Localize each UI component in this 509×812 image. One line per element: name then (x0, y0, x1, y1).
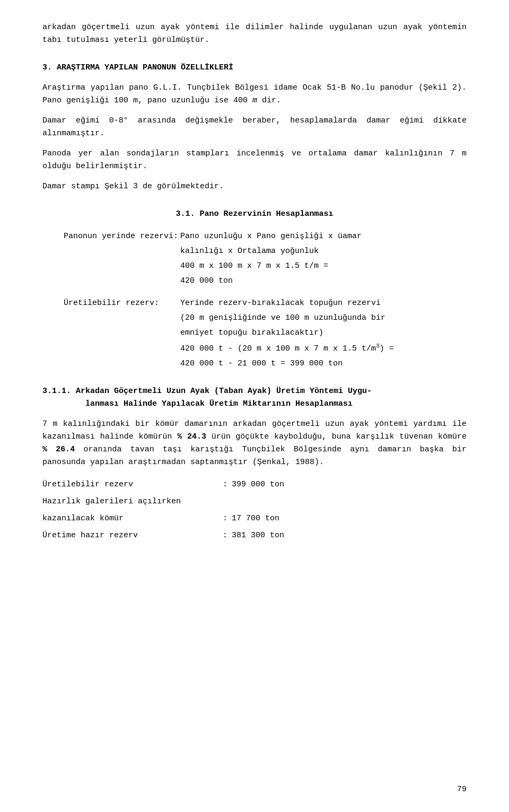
uretilebilir-row-1: Üretilebilir rezerv: Yerinde rezerv-bıra… (64, 297, 467, 310)
reserve-row-2: Hazırlık galerileri açılırken (42, 495, 467, 508)
panonun-label: Panonun yerinde rezervi: (64, 230, 180, 243)
section3-intro-paragraph: Araştırma yapılan pano G.L.I. Tunçbilek … (42, 82, 467, 107)
section31-heading: 3.1. Pano Rezervinin Hesaplanması (42, 208, 467, 221)
section311-heading: 3.1.1. Arkadan Göçertmeli Uzun Ayak (Tab… (42, 385, 467, 411)
panonun-content-3: 400 m x 100 m x 7 m x 1.5 t/m = (180, 260, 467, 273)
uretilebilir-content-4: 420 000 t - (20 m x 100 m x 7 m x 1.5 t/… (180, 342, 467, 355)
intro-paragraph: arkadan göçertmeli uzun ayak yöntemi ile… (42, 21, 467, 47)
reserve-1-label: Üretilebilir rezerv (42, 478, 223, 491)
reserve-1-colon: : (223, 478, 227, 491)
section311-p1-end: oranında tavan taşı karıştığı Tunçbilek … (42, 445, 467, 467)
panonun-content-1: Pano uzunluğu x Pano genişliği x üamar (180, 230, 362, 243)
reserve-4-value: 381 300 ton (232, 529, 284, 542)
panonun-row-1: Panonun yerinde rezervi: Pano uzunluğu x… (64, 230, 467, 243)
uretilebilir-content-3: emniyet topuğu bırakılacaktır) (180, 327, 467, 339)
reserve-1-value: 399 000 ton (232, 478, 284, 491)
reserve-3-label: kazanılacak kömür (42, 512, 223, 525)
section3-intro-end: dir. (257, 96, 281, 105)
uretilebilir-content-5: 420 000 t - 21 000 t = 399 000 ton (180, 357, 467, 370)
panonun-content-2: kalınlığı x Ortalama yoğunluk (180, 245, 467, 258)
uretilebilir-content-1: Yerinde rezerv-bırakılacak topuğun rezer… (180, 297, 381, 310)
section3-intro-m: m (252, 96, 257, 105)
reserve-4-colon: : (223, 529, 227, 542)
reserve-2-label: Hazırlık galerileri açılırken (42, 495, 223, 508)
section311-pct2: % 26.4 (42, 445, 75, 454)
section311-p1: 7 m kalınlığındaki bir kömür damarının a… (42, 418, 467, 469)
section3-heading: 3. ARAŞTIRMA YAPILAN PANONUN ÖZELLİKLERİ (42, 62, 467, 74)
reserve-row-4: Üretime hazır rezerv : 381 300 ton (42, 529, 467, 542)
uretilebilir-content-4a: 420 000 t - (20 m x 100 m x 7 m x 1.5 t/… (180, 344, 376, 353)
reserve-row-3: kazanılacak kömür : 17 700 ton (42, 512, 467, 525)
panonun-rezervi-block: Panonun yerinde rezervi: Pano uzunluğu x… (64, 230, 467, 287)
section3-p4: Damar stampı Şekil 3 de görülmektedir. (42, 180, 467, 193)
page-container: arkadan göçertmeli uzun ayak yöntemi ile… (0, 0, 509, 812)
section3-p2: Damar eğimi 0-8° arasında değişmekle ber… (42, 115, 467, 140)
uretilebilir-superscript: 3 (376, 343, 380, 349)
uretilebilir-rezerv-block: Üretilebilir rezerv: Yerinde rezerv-bıra… (64, 297, 467, 370)
section311-heading-text: 3.1.1. Arkadan Göçertmeli Uzun Ayak (Tab… (42, 387, 372, 408)
reserve-row-1: Üretilebilir rezerv : 399 000 ton (42, 478, 467, 491)
page-number: 79 (457, 783, 467, 796)
section3-p3: Panoda yer alan sondajların stampları in… (42, 147, 467, 173)
reserve-4-label: Üretime hazır rezerv (42, 529, 223, 542)
reserve-3-colon: : (223, 512, 227, 525)
uretilebilir-content-4b: ) = (380, 344, 394, 353)
uretilebilir-label: Üretilebilir rezerv: (64, 297, 180, 310)
panonun-content-4: 420 000 ton (180, 275, 467, 287)
reserve-list: Üretilebilir rezerv : 399 000 ton Hazırl… (42, 478, 467, 542)
section311-pct1: % 24.3 (177, 432, 206, 441)
uretilebilir-content-2: (20 m genişliğinde ve 100 m uzunluğunda … (180, 312, 467, 325)
reserve-3-value: 17 700 ton (232, 512, 279, 525)
section311-p1-mid: ürün göçükte kaybolduğu, buna karşılık t… (206, 432, 467, 441)
